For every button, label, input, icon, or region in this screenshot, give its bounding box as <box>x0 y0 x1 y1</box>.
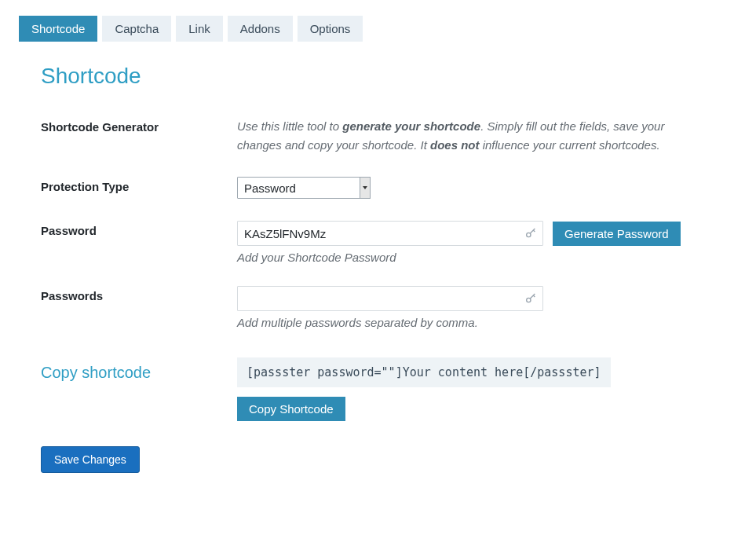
generator-desc-pre: Use this little tool to <box>237 119 342 133</box>
passwords-label: Passwords <box>41 286 237 302</box>
tab-bar: Shortcode Captcha Link Addons Options <box>19 16 737 42</box>
tab-captcha[interactable]: Captcha <box>102 16 171 42</box>
passwords-input[interactable] <box>237 286 543 311</box>
generate-password-button[interactable]: Generate Password <box>553 222 681 246</box>
protection-type-label: Protection Type <box>41 177 237 193</box>
tab-addons[interactable]: Addons <box>228 16 293 42</box>
tab-link[interactable]: Link <box>176 16 223 42</box>
generator-desc-post: influence your current shortcodes. <box>479 138 659 152</box>
tab-shortcode[interactable]: Shortcode <box>19 16 97 42</box>
generator-description: Use this little tool to generate your sh… <box>237 117 708 155</box>
password-label: Password <box>41 221 237 237</box>
password-input[interactable] <box>237 221 543 246</box>
passwords-helper: Add multiple passwords separated by comm… <box>237 316 708 329</box>
shortcode-code: [passster password=""]Your content here[… <box>237 357 611 387</box>
tab-options[interactable]: Options <box>298 16 363 42</box>
copy-shortcode-button[interactable]: Copy Shortcode <box>237 397 345 421</box>
generator-desc-bold1: generate your shortcode <box>342 119 480 133</box>
generator-label: Shortcode Generator <box>41 117 237 134</box>
password-helper: Add your Shortcode Password <box>237 251 708 264</box>
copy-shortcode-heading: Copy shortcode <box>41 357 237 382</box>
save-changes-button[interactable]: Save Changes <box>41 446 140 473</box>
protection-type-select[interactable]: Password <box>237 177 371 199</box>
section-title: Shortcode <box>41 64 737 89</box>
generator-desc-bold2: does not <box>430 138 480 152</box>
